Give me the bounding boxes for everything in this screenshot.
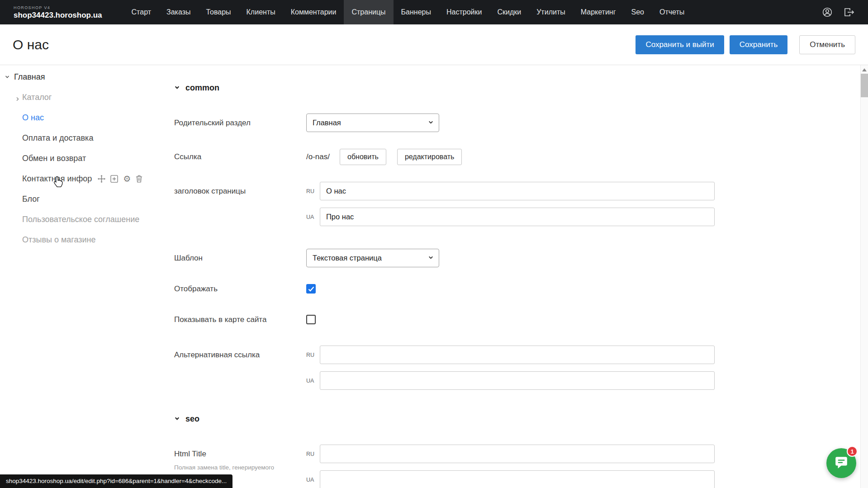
display-label: Отображать bbox=[174, 284, 306, 294]
alt-link-ru-input[interactable] bbox=[320, 346, 715, 364]
chevron-down-icon bbox=[174, 414, 180, 424]
tree-item-label: Главная bbox=[14, 72, 45, 82]
scrollbar-thumb[interactable] bbox=[861, 74, 868, 97]
parent-section-label: Родительский раздел bbox=[174, 118, 306, 128]
display-checkbox[interactable] bbox=[306, 284, 316, 294]
unread-badge: 1 bbox=[847, 446, 858, 457]
html-title-note: Полная замена title, генерируемого bbox=[174, 464, 306, 472]
page-edit-form: common Родительский раздел Главная Ссылк… bbox=[159, 65, 868, 488]
save-button[interactable]: Сохранить bbox=[730, 35, 787, 54]
nav-marketing[interactable]: Маркетинг bbox=[573, 0, 624, 24]
logo[interactable]: HOROSHOP V4 shop34423.horoshop.ua bbox=[14, 6, 102, 19]
page-title-ua-input[interactable] bbox=[320, 208, 715, 226]
lang-tag-ru: RU bbox=[306, 188, 320, 194]
tree-item-label: Отзывы о магазине bbox=[22, 235, 96, 245]
section-title: common bbox=[185, 83, 219, 93]
tree-item-o-nas[interactable]: О нас bbox=[0, 108, 159, 128]
header-actions: Сохранить и выйти Сохранить Отменить bbox=[636, 35, 855, 54]
tree-item-katalog[interactable]: Каталог bbox=[0, 87, 159, 108]
status-url-tooltip: shop34423.horoshop.ua/edit/edit.php?id=6… bbox=[0, 474, 232, 488]
top-navigation: Старт Заказы Товары Клиенты Комментарии … bbox=[124, 0, 693, 24]
add-icon[interactable] bbox=[110, 175, 118, 183]
page-title-ru-input[interactable] bbox=[320, 182, 715, 200]
nav-clients[interactable]: Клиенты bbox=[239, 0, 283, 24]
tree-item-otzyvy-o-magazine[interactable]: Отзывы о магазине bbox=[0, 230, 159, 250]
alt-link-ua-input[interactable] bbox=[320, 371, 715, 390]
template-select[interactable]: Текстовая страница bbox=[306, 249, 439, 267]
html-title-ru-input[interactable] bbox=[320, 445, 715, 463]
nav-seo[interactable]: Seo bbox=[624, 0, 652, 24]
tree-item-oplata-i-dostavka[interactable]: Оплата и доставка bbox=[0, 128, 159, 148]
sitemap-label: Показывать в карте сайта bbox=[174, 315, 306, 324]
chevron-down-icon bbox=[174, 83, 180, 93]
scrollbar[interactable] bbox=[860, 65, 868, 488]
gear-icon[interactable]: ⚙ bbox=[123, 175, 131, 183]
tree-item-obmen-i-vozvrat[interactable]: Обмен и возврат bbox=[0, 148, 159, 169]
tree-item-label: Контактная инфор bbox=[22, 174, 92, 184]
section-seo[interactable]: seo bbox=[174, 414, 868, 424]
save-and-exit-button[interactable]: Сохранить и выйти bbox=[636, 35, 724, 54]
selected-value: Главная bbox=[313, 118, 341, 127]
nav-reports[interactable]: Отчеты bbox=[652, 0, 692, 24]
sitemap-checkbox[interactable] bbox=[306, 315, 316, 324]
parent-section-row: Родительский раздел Главная bbox=[174, 114, 868, 132]
html-title-ua-input[interactable] bbox=[320, 470, 715, 488]
page-title-label: заголовок страницы bbox=[174, 182, 306, 200]
display-row: Отображать bbox=[174, 284, 868, 294]
page-title-group: заголовок страницы RU UA bbox=[174, 182, 868, 226]
tree-item-label: Обмен и возврат bbox=[22, 154, 86, 163]
nav-orders[interactable]: Заказы bbox=[159, 0, 198, 24]
move-icon[interactable] bbox=[98, 175, 105, 183]
parent-section-select[interactable]: Главная bbox=[306, 114, 439, 132]
tree-item-label: Пользовательское соглашение bbox=[22, 215, 139, 224]
tree-item-glavnaya[interactable]: Главная bbox=[0, 67, 159, 87]
user-icon[interactable] bbox=[822, 7, 833, 18]
nav-discounts[interactable]: Скидки bbox=[489, 0, 529, 24]
logo-version: HOROSHOP V4 bbox=[14, 6, 102, 10]
trash-icon[interactable] bbox=[136, 175, 142, 183]
tree-item-label: Оплата и доставка bbox=[22, 133, 93, 143]
template-label: Шаблон bbox=[174, 254, 306, 263]
tree-item-blog[interactable]: Блог bbox=[0, 189, 159, 209]
chevron-right-icon bbox=[15, 95, 20, 104]
tree-item-label: О нас bbox=[22, 113, 44, 123]
content: Главная Каталог О нас Оплата и доставка … bbox=[0, 65, 868, 488]
chat-launcher[interactable]: 1 bbox=[826, 448, 856, 478]
page-header: О нас Сохранить и выйти Сохранить Отмени… bbox=[0, 24, 868, 65]
section-title: seo bbox=[185, 414, 199, 424]
lang-tag-ua: UA bbox=[306, 477, 320, 483]
chat-icon bbox=[834, 455, 849, 471]
nav-banners[interactable]: Баннеры bbox=[394, 0, 439, 24]
link-row: Ссылка /o-nas/ обновить редактировать bbox=[174, 149, 868, 165]
pages-tree-sidebar: Главная Каталог О нас Оплата и доставка … bbox=[0, 65, 159, 488]
link-label: Ссылка bbox=[174, 152, 306, 161]
nav-products[interactable]: Товары bbox=[199, 0, 239, 24]
logout-icon[interactable] bbox=[844, 7, 854, 17]
topbar: HOROSHOP V4 shop34423.horoshop.ua Старт … bbox=[0, 0, 868, 24]
lang-tag-ua: UA bbox=[306, 378, 320, 384]
link-edit-button[interactable]: редактировать bbox=[397, 149, 462, 165]
lang-tag-ru: RU bbox=[306, 451, 320, 457]
nav-settings[interactable]: Настройки bbox=[439, 0, 489, 24]
link-path: /o-nas/ bbox=[306, 152, 330, 161]
nav-comments[interactable]: Комментарии bbox=[283, 0, 344, 24]
scroll-up-arrow[interactable] bbox=[862, 68, 867, 71]
alt-link-group: Альтернативная ссылка RU UA bbox=[174, 346, 868, 390]
tree-item-polzovatelskoe-soglashenie[interactable]: Пользовательское соглашение bbox=[0, 209, 159, 230]
nav-pages[interactable]: Страницы bbox=[344, 0, 393, 24]
link-update-button[interactable]: обновить bbox=[340, 149, 386, 165]
lang-tag-ua: UA bbox=[306, 214, 320, 220]
html-title-group: Html Title Полная замена title, генериру… bbox=[174, 445, 868, 488]
lang-tag-ru: RU bbox=[306, 352, 320, 358]
alt-link-label: Альтернативная ссылка bbox=[174, 346, 306, 364]
sitemap-row: Показывать в карте сайта bbox=[174, 315, 868, 324]
chevron-down-icon bbox=[428, 118, 434, 127]
cancel-button[interactable]: Отменить bbox=[799, 35, 855, 54]
tree-item-kontaktnaya-informatsiya[interactable]: Контактная инфор ⚙ bbox=[0, 169, 159, 189]
nav-utilities[interactable]: Утилиты bbox=[529, 0, 573, 24]
chevron-down-icon bbox=[5, 72, 10, 82]
section-common[interactable]: common bbox=[174, 83, 868, 93]
chevron-down-icon bbox=[428, 254, 434, 262]
nav-start[interactable]: Старт bbox=[124, 0, 159, 24]
tree-item-label: Блог bbox=[22, 194, 40, 204]
